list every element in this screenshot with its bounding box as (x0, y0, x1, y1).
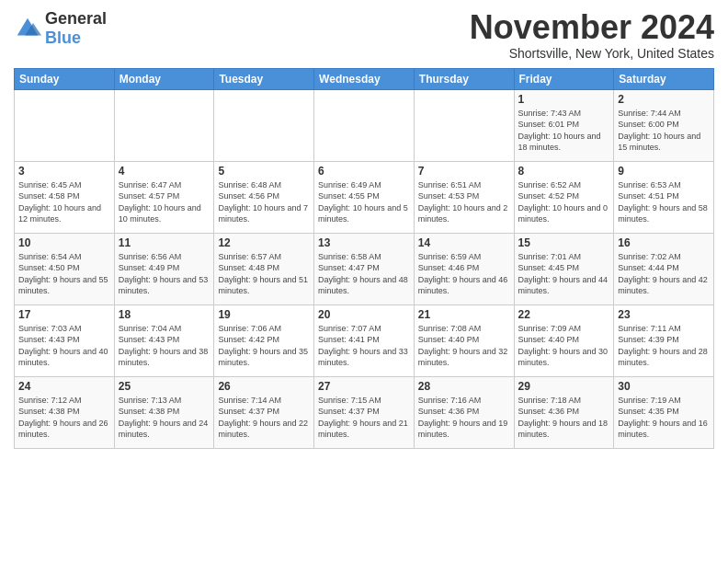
calendar-cell: 9Sunrise: 6:53 AMSunset: 4:51 PMDaylight… (614, 161, 714, 233)
col-saturday: Saturday (614, 68, 714, 89)
day-info: Sunrise: 6:59 AMSunset: 4:46 PMDaylight:… (418, 251, 510, 297)
day-number: 21 (418, 308, 510, 321)
day-info: Sunrise: 7:11 AMSunset: 4:39 PMDaylight:… (618, 323, 710, 369)
logo-icon (14, 15, 41, 42)
day-number: 13 (318, 236, 410, 249)
day-number: 4 (119, 165, 210, 178)
day-number: 29 (518, 380, 610, 393)
calendar-cell: 18Sunrise: 7:04 AMSunset: 4:43 PMDayligh… (114, 304, 214, 376)
logo: General Blue (14, 9, 107, 48)
day-info: Sunrise: 6:57 AMSunset: 4:48 PMDaylight:… (218, 251, 310, 297)
col-monday: Monday (114, 68, 214, 89)
calendar-cell: 28Sunrise: 7:16 AMSunset: 4:36 PMDayligh… (414, 376, 514, 448)
day-number: 5 (218, 165, 310, 178)
logo-blue: Blue (45, 29, 107, 48)
day-number: 14 (418, 236, 510, 249)
day-info: Sunrise: 6:54 AMSunset: 4:50 PMDaylight:… (18, 251, 110, 297)
calendar-week-3: 17Sunrise: 7:03 AMSunset: 4:43 PMDayligh… (15, 304, 714, 376)
calendar-cell: 7Sunrise: 6:51 AMSunset: 4:53 PMDaylight… (414, 161, 514, 233)
day-number: 2 (618, 93, 710, 106)
calendar-cell: 30Sunrise: 7:19 AMSunset: 4:35 PMDayligh… (614, 376, 714, 448)
calendar-cell: 1Sunrise: 7:43 AMSunset: 6:01 PMDaylight… (514, 89, 614, 161)
day-info: Sunrise: 6:48 AMSunset: 4:56 PMDaylight:… (218, 179, 310, 225)
calendar-cell: 16Sunrise: 7:02 AMSunset: 4:44 PMDayligh… (614, 233, 714, 304)
col-tuesday: Tuesday (214, 68, 314, 89)
calendar-cell (314, 89, 415, 161)
day-info: Sunrise: 6:47 AMSunset: 4:57 PMDaylight:… (119, 179, 210, 225)
day-info: Sunrise: 7:12 AMSunset: 4:38 PMDaylight:… (18, 395, 110, 441)
calendar-cell: 17Sunrise: 7:03 AMSunset: 4:43 PMDayligh… (15, 304, 115, 376)
calendar-cell: 10Sunrise: 6:54 AMSunset: 4:50 PMDayligh… (15, 233, 115, 304)
day-number: 12 (218, 236, 310, 249)
calendar-page: General Blue November 2024 Shortsville, … (0, 0, 728, 563)
day-number: 18 (119, 308, 210, 321)
calendar-header: Sunday Monday Tuesday Wednesday Thursday… (15, 68, 714, 89)
col-thursday: Thursday (414, 68, 514, 89)
day-info: Sunrise: 7:16 AMSunset: 4:36 PMDaylight:… (418, 395, 510, 441)
day-number: 26 (218, 380, 310, 393)
day-number: 20 (318, 308, 410, 321)
day-info: Sunrise: 7:03 AMSunset: 4:43 PMDaylight:… (18, 323, 110, 369)
calendar-cell: 3Sunrise: 6:45 AMSunset: 4:58 PMDaylight… (15, 161, 115, 233)
col-sunday: Sunday (15, 68, 115, 89)
day-number: 17 (18, 308, 110, 321)
day-number: 27 (318, 380, 410, 393)
calendar-cell (114, 89, 214, 161)
day-number: 22 (518, 308, 610, 321)
day-number: 30 (618, 380, 710, 393)
calendar-cell: 25Sunrise: 7:13 AMSunset: 4:38 PMDayligh… (114, 376, 214, 448)
day-number: 7 (418, 165, 510, 178)
calendar-cell: 2Sunrise: 7:44 AMSunset: 6:00 PMDaylight… (614, 89, 714, 161)
calendar-cell: 24Sunrise: 7:12 AMSunset: 4:38 PMDayligh… (15, 376, 115, 448)
day-number: 24 (18, 380, 110, 393)
location: Shortsville, New York, United States (470, 46, 714, 61)
day-number: 8 (518, 165, 610, 178)
day-info: Sunrise: 7:19 AMSunset: 4:35 PMDaylight:… (618, 395, 710, 441)
day-info: Sunrise: 6:58 AMSunset: 4:47 PMDaylight:… (318, 251, 410, 297)
day-number: 28 (418, 380, 510, 393)
day-number: 10 (18, 236, 110, 249)
day-info: Sunrise: 7:01 AMSunset: 4:45 PMDaylight:… (518, 251, 610, 297)
day-number: 16 (618, 236, 710, 249)
day-info: Sunrise: 7:13 AMSunset: 4:38 PMDaylight:… (119, 395, 210, 441)
calendar-week-0: 1Sunrise: 7:43 AMSunset: 6:01 PMDaylight… (15, 89, 714, 161)
calendar-cell: 11Sunrise: 6:56 AMSunset: 4:49 PMDayligh… (114, 233, 214, 304)
day-number: 15 (518, 236, 610, 249)
calendar-week-1: 3Sunrise: 6:45 AMSunset: 4:58 PMDaylight… (15, 161, 714, 233)
day-info: Sunrise: 7:04 AMSunset: 4:43 PMDaylight:… (119, 323, 210, 369)
logo-text: General Blue (45, 9, 107, 48)
day-number: 3 (18, 165, 110, 178)
day-info: Sunrise: 7:15 AMSunset: 4:37 PMDaylight:… (318, 395, 410, 441)
page-header: General Blue November 2024 Shortsville, … (14, 9, 714, 61)
day-info: Sunrise: 7:07 AMSunset: 4:41 PMDaylight:… (318, 323, 410, 369)
calendar-cell: 27Sunrise: 7:15 AMSunset: 4:37 PMDayligh… (314, 376, 415, 448)
col-wednesday: Wednesday (314, 68, 415, 89)
day-number: 6 (318, 165, 410, 178)
calendar-cell: 26Sunrise: 7:14 AMSunset: 4:37 PMDayligh… (214, 376, 314, 448)
day-info: Sunrise: 6:49 AMSunset: 4:55 PMDaylight:… (318, 179, 410, 225)
calendar-cell: 14Sunrise: 6:59 AMSunset: 4:46 PMDayligh… (414, 233, 514, 304)
day-info: Sunrise: 6:52 AMSunset: 4:52 PMDaylight:… (518, 179, 610, 225)
day-info: Sunrise: 7:09 AMSunset: 4:40 PMDaylight:… (518, 323, 610, 369)
calendar-cell: 21Sunrise: 7:08 AMSunset: 4:40 PMDayligh… (414, 304, 514, 376)
day-number: 19 (218, 308, 310, 321)
day-number: 11 (119, 236, 210, 249)
day-info: Sunrise: 6:51 AMSunset: 4:53 PMDaylight:… (418, 179, 510, 225)
calendar-week-4: 24Sunrise: 7:12 AMSunset: 4:38 PMDayligh… (15, 376, 714, 448)
calendar-cell: 15Sunrise: 7:01 AMSunset: 4:45 PMDayligh… (514, 233, 614, 304)
day-info: Sunrise: 7:43 AMSunset: 6:01 PMDaylight:… (518, 108, 610, 154)
day-info: Sunrise: 7:44 AMSunset: 6:00 PMDaylight:… (618, 108, 710, 154)
day-info: Sunrise: 7:02 AMSunset: 4:44 PMDaylight:… (618, 251, 710, 297)
day-info: Sunrise: 7:14 AMSunset: 4:37 PMDaylight:… (218, 395, 310, 441)
calendar-cell: 22Sunrise: 7:09 AMSunset: 4:40 PMDayligh… (514, 304, 614, 376)
calendar-cell: 20Sunrise: 7:07 AMSunset: 4:41 PMDayligh… (314, 304, 415, 376)
day-info: Sunrise: 6:45 AMSunset: 4:58 PMDaylight:… (18, 179, 110, 225)
calendar-body: 1Sunrise: 7:43 AMSunset: 6:01 PMDaylight… (15, 89, 714, 448)
day-info: Sunrise: 6:53 AMSunset: 4:51 PMDaylight:… (618, 179, 710, 225)
calendar-cell: 12Sunrise: 6:57 AMSunset: 4:48 PMDayligh… (214, 233, 314, 304)
calendar-cell (15, 89, 115, 161)
calendar-table: Sunday Monday Tuesday Wednesday Thursday… (14, 68, 714, 449)
calendar-cell: 23Sunrise: 7:11 AMSunset: 4:39 PMDayligh… (614, 304, 714, 376)
calendar-week-2: 10Sunrise: 6:54 AMSunset: 4:50 PMDayligh… (15, 233, 714, 304)
day-info: Sunrise: 7:08 AMSunset: 4:40 PMDaylight:… (418, 323, 510, 369)
